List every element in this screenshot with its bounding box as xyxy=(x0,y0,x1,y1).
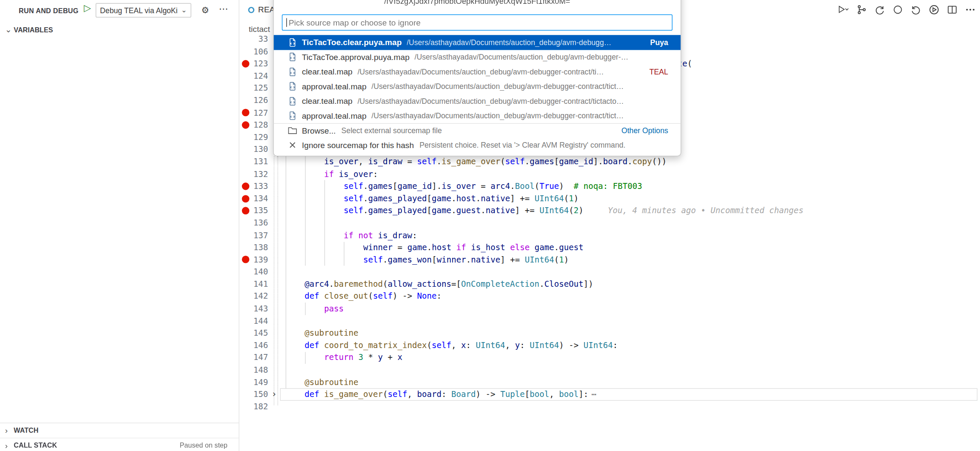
start-debugging-button[interactable]: ▷ xyxy=(84,3,91,14)
line-number: 138 xyxy=(252,241,268,254)
quickpick-item-file[interactable]: TicTacToe.approval.puya.map/Users/asthay… xyxy=(274,50,681,65)
quickpick-item-label: approval.teal.map xyxy=(302,82,367,91)
line-number: 133 xyxy=(252,180,268,192)
navigate-back-icon[interactable] xyxy=(873,3,886,15)
quickpick-item-path: /Users/asthayadav/Documents/auction_debu… xyxy=(357,97,624,106)
quickpick-title-hash: /fVf5zgXjJdxf7pmobtOepkHduMyetXqW15Ft1ft… xyxy=(274,0,681,6)
quickpick-item-tag: TEAL xyxy=(643,67,668,76)
code-text: def close_out(self) -> None: xyxy=(280,290,442,303)
quickpick-item-description: Select external sourcemap file xyxy=(342,126,442,135)
line-number: 137 xyxy=(252,229,268,242)
breakpoint-dot[interactable] xyxy=(239,109,252,117)
source-map-file-icon xyxy=(288,96,298,106)
variables-section-header[interactable]: ⌄ VARIABLES xyxy=(0,23,239,37)
more-actions-button[interactable] xyxy=(964,3,976,15)
gear-icon[interactable]: ⚙ xyxy=(201,5,209,15)
code-text: return 3 * y + x xyxy=(280,351,402,364)
breakpoint-dot[interactable] xyxy=(239,195,252,203)
code-text: @subroutine xyxy=(280,376,358,388)
source-map-file-icon xyxy=(288,37,298,48)
quickpick-item-file[interactable]: approval.teal.map/Users/asthayadav/Docum… xyxy=(274,79,681,94)
breadcrumb[interactable]: tictact xyxy=(249,24,270,34)
line-number: 150 xyxy=(252,388,268,401)
line-number: 141 xyxy=(252,278,268,291)
watch-label: WATCH xyxy=(14,426,38,434)
run-button[interactable] xyxy=(837,3,849,15)
code-line: 149@subroutine xyxy=(239,376,980,388)
debug-config-dropdown[interactable]: Debug TEAL via AlgoKi ⌄ xyxy=(96,3,191,17)
code-line: 182 xyxy=(239,401,980,413)
source-control-graph-icon[interactable] xyxy=(855,3,867,15)
quickpick-item-path: /Users/asthayadav/Documents/auction_debu… xyxy=(371,111,624,120)
code-text: @arc4.baremethod(allow_actions=[OnComple… xyxy=(280,278,593,291)
code-line: 137if not is_draw: xyxy=(239,229,980,242)
code-line: 134self.games_played[game.host.native] +… xyxy=(239,192,980,205)
code-line: 138winner = game.host if is_host else ga… xyxy=(239,241,980,254)
line-number: 128 xyxy=(252,119,268,131)
quickpick-item-browse[interactable]: Browse...Select external sourcemap fileO… xyxy=(274,123,681,138)
quickpick-item-ignore[interactable]: Ignore sourcemap for this hashPersistent… xyxy=(274,138,681,153)
code-line: 139self.games_won[winner.native] += UInt… xyxy=(239,254,980,266)
call-stack-section-header[interactable]: › CALL STACK Paused on step xyxy=(0,438,239,451)
code-line: 132if is_over: xyxy=(239,168,980,180)
quickpick-item-path: /Users/asthayadav/Documents/auction_debu… xyxy=(371,82,624,91)
breakpoint-dot[interactable] xyxy=(239,121,252,129)
quickpick-item-file[interactable]: clear.teal.map/Users/asthayadav/Document… xyxy=(274,64,681,79)
breakpoint-dot[interactable] xyxy=(239,207,252,215)
quickpick-item-description: Persistent choice. Reset via '> Clear AV… xyxy=(419,141,625,150)
fold-chevron-icon[interactable]: › xyxy=(268,388,280,401)
line-number: 182 xyxy=(252,401,268,413)
quickpick-input[interactable] xyxy=(282,15,672,30)
code-text: pass xyxy=(280,303,344,315)
quickpick-item-file[interactable]: approval.teal.map/Users/asthayadav/Docum… xyxy=(274,108,681,123)
split-editor-icon[interactable] xyxy=(946,3,958,15)
watch-section-header[interactable]: › WATCH xyxy=(0,422,239,437)
code-text: if is_over: xyxy=(280,168,378,180)
code-line: 143pass xyxy=(239,303,980,315)
source-map-file-icon xyxy=(288,52,298,62)
quickpick-item-file[interactable]: TicTacToe.clear.puya.map/Users/asthayada… xyxy=(274,35,681,50)
line-number: 33 xyxy=(252,33,268,46)
breakpoint-dot[interactable] xyxy=(239,60,252,68)
code-line: 142def close_out(self) -> None: xyxy=(239,290,980,303)
editor-tab[interactable]: REA xyxy=(248,5,275,14)
variables-label: VARIABLES xyxy=(14,26,53,34)
line-number: 124 xyxy=(252,70,268,82)
quickpick-item-label: TicTacToe.approval.puya.map xyxy=(302,52,410,62)
code-line: 148 xyxy=(239,364,980,376)
quickpick-other-options[interactable]: Other Options xyxy=(615,126,668,135)
line-number: 126 xyxy=(252,94,268,107)
tab-label: REA xyxy=(258,5,275,14)
code-text: def coord_to_matrix_index(self, x: UInt6… xyxy=(280,340,618,352)
code-line: 144 xyxy=(239,315,980,327)
code-line: 141@arc4.baremethod(allow_actions=[OnCom… xyxy=(239,278,980,291)
quickpick-item-label: Ignore sourcemap for this hash xyxy=(302,140,414,150)
quickpick-item-label: clear.teal.map xyxy=(302,67,353,77)
panel-title: RUN AND DEBUG xyxy=(19,7,79,14)
breakpoint-dot[interactable] xyxy=(239,183,252,190)
source-map-file-icon xyxy=(288,111,298,121)
line-number: 129 xyxy=(252,131,268,143)
code-text: self.games_won[winner.native] += UInt64(… xyxy=(280,254,569,266)
navigate-forward-icon[interactable] xyxy=(909,3,922,15)
run-circle-icon[interactable] xyxy=(928,3,940,15)
blame-annotation: You, 4 minutes ago • Uncommitted changes xyxy=(608,206,803,215)
breakpoint-dot[interactable] xyxy=(239,256,252,264)
line-number: 139 xyxy=(252,254,268,266)
editor-actions xyxy=(837,3,977,15)
chevron-down-icon: ⌄ xyxy=(5,25,14,34)
folder-icon xyxy=(288,126,298,136)
code-text: self.games_played[game.host.native] += U… xyxy=(280,192,578,205)
line-number: 146 xyxy=(252,340,268,352)
close-icon xyxy=(288,140,298,151)
folded-code-ellipsis[interactable]: ⋯ xyxy=(592,390,597,399)
tab-file-icon xyxy=(248,6,254,13)
line-number: 148 xyxy=(252,364,268,376)
code-line: 147return 3 * y + x xyxy=(239,351,980,364)
quickpick-input-wrap xyxy=(282,14,672,31)
more-actions-icon[interactable]: ⋯ xyxy=(219,3,228,14)
call-stack-label: CALL STACK xyxy=(14,441,57,449)
sourcemap-quickpick: /fVf5zgXjJdxf7pmobtOepkHduMyetXqW15Ft1ft… xyxy=(273,0,681,156)
record-icon[interactable] xyxy=(891,3,903,15)
quickpick-item-file[interactable]: clear.teal.map/Users/asthayadav/Document… xyxy=(274,94,681,108)
